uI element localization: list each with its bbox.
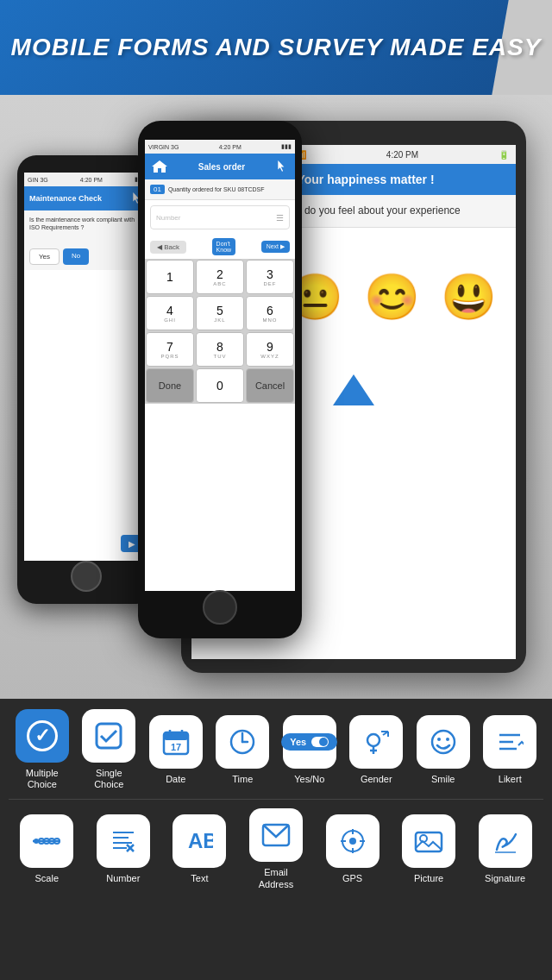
phone-left-home[interactable] bbox=[71, 561, 102, 592]
tool-time[interactable]: Time bbox=[210, 715, 277, 785]
likert-label: Likert bbox=[499, 774, 522, 785]
bottom-toolbar: ✓ MultipleChoice SingleChoice bbox=[0, 699, 552, 980]
tablet-battery-icon: 🔋 bbox=[499, 150, 509, 160]
single-choice-icon-box bbox=[82, 709, 135, 763]
key-1[interactable]: 1 bbox=[146, 260, 194, 294]
phone-mid-input[interactable]: Number ☰ bbox=[150, 205, 290, 229]
phone-mid-dontknow[interactable]: Don'tKnow bbox=[212, 238, 236, 255]
phone-mid-qnum: 01 bbox=[150, 185, 165, 194]
svg-rect-2 bbox=[164, 732, 188, 740]
yes-no-icon-box: Yes bbox=[283, 715, 336, 769]
phone-mid-battery: ▮▮▮ bbox=[281, 143, 292, 150]
phone-mid-question-area: 01 Quantity ordered for SKU 08TCDSF bbox=[145, 179, 295, 200]
header-banner: MOBILE FORMS AND SURVEY MADE EASY bbox=[0, 0, 552, 95]
toolbar-divider bbox=[9, 799, 543, 800]
smile-icon-box bbox=[417, 715, 470, 769]
cursor-icon-mid bbox=[276, 160, 288, 173]
tool-single-choice[interactable]: SingleChoice bbox=[76, 709, 143, 790]
tool-date[interactable]: 17 Date bbox=[142, 715, 210, 785]
tool-gender[interactable]: Gender bbox=[343, 715, 411, 785]
key-8[interactable]: 8TUV bbox=[196, 332, 244, 367]
key-done[interactable]: Done bbox=[146, 368, 194, 403]
scale-label: Scale bbox=[35, 873, 60, 884]
phone-mid-keypad: 1 2ABC 3DEF 4GHI 5JKL 6MNO 7PQRS 8TUV 9W… bbox=[145, 259, 295, 404]
tool-number[interactable]: Number bbox=[90, 814, 157, 884]
phone-left-content: Is the maintenance work compliant with I… bbox=[24, 210, 148, 270]
text-label: Text bbox=[191, 873, 208, 884]
svg-text:17: 17 bbox=[171, 742, 181, 752]
email-icon bbox=[261, 823, 291, 847]
tool-text[interactable]: ABC Text bbox=[166, 814, 233, 884]
tool-scale[interactable]: Scale bbox=[13, 814, 80, 884]
phone-mid-carrier: VIRGIN 3G bbox=[148, 144, 179, 150]
svg-point-17 bbox=[446, 738, 449, 741]
time-icon bbox=[229, 728, 256, 756]
scale-icon bbox=[31, 829, 62, 853]
picture-icon-box bbox=[402, 814, 455, 868]
email-icon-box bbox=[249, 808, 303, 862]
toolbar-row-1: ✓ MultipleChoice SingleChoice bbox=[9, 709, 543, 790]
likert-icon bbox=[496, 728, 524, 756]
menu-icon: ☰ bbox=[276, 213, 284, 223]
single-choice-icon bbox=[95, 722, 122, 750]
tool-multiple-choice[interactable]: ✓ MultipleChoice bbox=[9, 709, 76, 790]
key-0[interactable]: 0 bbox=[196, 368, 244, 403]
svg-rect-41 bbox=[416, 832, 442, 851]
key-2[interactable]: 2ABC bbox=[196, 260, 244, 294]
phone-left-title: Maintenance Check bbox=[29, 194, 102, 203]
phone-left-carrier: GIN 3G bbox=[28, 177, 48, 183]
emoji-very-happy[interactable]: 😃 bbox=[441, 274, 497, 319]
tool-gps[interactable]: GPS bbox=[319, 814, 386, 884]
phone-mid: VIRGIN 3G 4:20 PM ▮▮▮ Sales order 01 Qua… bbox=[138, 121, 302, 638]
emoji-happy[interactable]: 😊 bbox=[364, 274, 420, 319]
checkmark-icon: ✓ bbox=[27, 720, 58, 751]
tool-likert[interactable]: Likert bbox=[477, 715, 544, 785]
phone-mid-appbar: Sales order bbox=[145, 154, 295, 179]
key-cancel[interactable]: Cancel bbox=[246, 368, 294, 403]
svg-text:ABC: ABC bbox=[188, 829, 213, 852]
key-5[interactable]: 5JKL bbox=[196, 296, 244, 330]
phone-mid-home-btn[interactable] bbox=[203, 590, 237, 625]
showcase-area: GIN 3G 4:20 PM ▮▮▮ Maintenance Check Is … bbox=[0, 95, 552, 699]
key-7[interactable]: 7PQRS bbox=[146, 332, 194, 367]
phone-no-button[interactable]: No bbox=[63, 248, 89, 265]
picture-icon bbox=[414, 829, 443, 853]
email-label: EmailAddress bbox=[259, 867, 293, 889]
tool-signature[interactable]: Signature bbox=[472, 814, 539, 884]
key-3[interactable]: 3DEF bbox=[246, 260, 294, 294]
up-arrow-indicator bbox=[333, 374, 374, 405]
phone-left-appbar: Maintenance Check bbox=[24, 186, 148, 210]
multiple-choice-label: MultipleChoice bbox=[26, 768, 59, 790]
tablet-time: 4:20 PM bbox=[386, 150, 418, 160]
tool-yes-no[interactable]: Yes Yes/No bbox=[276, 715, 343, 785]
key-6[interactable]: 6MNO bbox=[246, 296, 294, 330]
time-label: Time bbox=[232, 774, 253, 785]
key-9[interactable]: 9WXYZ bbox=[246, 332, 294, 367]
svg-point-36 bbox=[349, 838, 356, 845]
phone-mid-next[interactable]: Next ▶ bbox=[261, 241, 290, 253]
home-icon bbox=[152, 160, 167, 173]
signature-icon bbox=[492, 827, 519, 855]
tool-smile[interactable]: Smile bbox=[410, 715, 477, 785]
text-icon-box: ABC bbox=[172, 814, 226, 868]
svg-point-16 bbox=[437, 738, 441, 741]
tool-email[interactable]: EmailAddress bbox=[242, 808, 310, 889]
phone-left-screen: GIN 3G 4:20 PM ▮▮▮ Maintenance Check Is … bbox=[24, 173, 148, 561]
key-4[interactable]: 4GHI bbox=[146, 296, 194, 330]
phone-mid-screen: VIRGIN 3G 4:20 PM ▮▮▮ Sales order 01 Qua… bbox=[145, 140, 295, 591]
single-choice-label: SingleChoice bbox=[94, 768, 123, 790]
toolbar-row-2: Scale Number ABC T bbox=[9, 808, 543, 889]
gender-icon-box bbox=[349, 715, 403, 769]
time-icon-box bbox=[216, 715, 269, 769]
svg-rect-0 bbox=[97, 724, 121, 748]
smile-label: Smile bbox=[431, 774, 455, 785]
phone-mid-back[interactable]: ◀ Back bbox=[150, 241, 186, 254]
phone-yes-button[interactable]: Yes bbox=[29, 248, 60, 265]
tool-picture[interactable]: Picture bbox=[395, 814, 462, 884]
header-title: MOBILE FORMS AND SURVEY MADE EASY bbox=[11, 34, 542, 61]
gps-icon bbox=[339, 827, 367, 855]
gender-label: Gender bbox=[361, 774, 392, 785]
multiple-choice-icon-box: ✓ bbox=[16, 709, 69, 763]
phone-mid-placeholder: Number bbox=[156, 214, 180, 222]
gps-icon-box bbox=[326, 814, 380, 868]
